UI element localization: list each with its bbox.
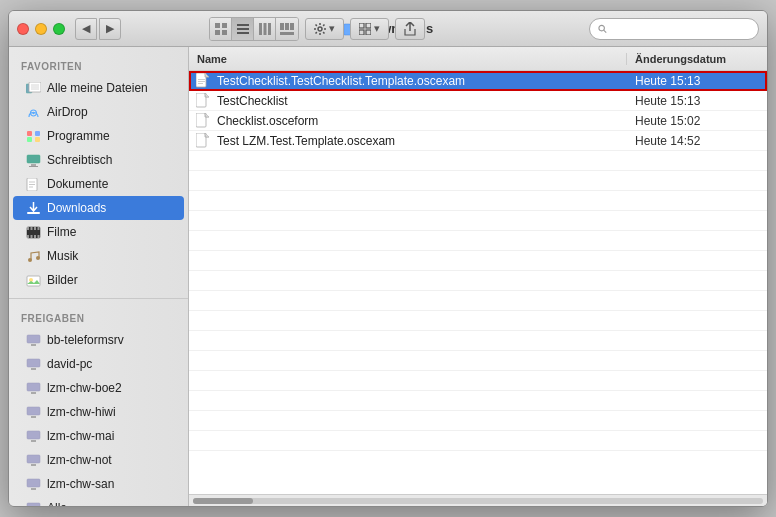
table-row[interactable]: Checklist.osceform Heute 15:02 [189, 111, 767, 131]
sidebar-item-hiwi-label: lzm-chw-hiwi [47, 405, 116, 419]
svg-rect-16 [366, 23, 371, 28]
arrange-button[interactable]: ▾ [350, 18, 389, 40]
search-bar[interactable] [589, 18, 759, 40]
back-button[interactable]: ◀ [75, 18, 97, 40]
sidebar-item-boe2-label: lzm-chw-boe2 [47, 381, 122, 395]
svg-rect-17 [359, 30, 364, 35]
sidebar-item-schreibtisch[interactable]: Schreibtisch [13, 148, 184, 172]
icon-view-icon [215, 23, 227, 35]
svg-rect-12 [290, 23, 294, 30]
list-view-button[interactable] [232, 18, 254, 40]
svg-rect-57 [27, 383, 40, 391]
sidebar-item-downloads[interactable]: Downloads [13, 196, 184, 220]
svg-rect-64 [31, 464, 36, 466]
svg-rect-28 [27, 131, 32, 136]
scrollbar-track[interactable] [193, 498, 763, 504]
svg-rect-59 [27, 407, 40, 415]
sidebar-item-lzm-san[interactable]: lzm-chw-san [13, 472, 184, 496]
sidebar-item-musik[interactable]: Musik [13, 244, 184, 268]
maximize-button[interactable] [53, 23, 65, 35]
desktop-icon [25, 152, 41, 168]
svg-rect-53 [27, 335, 40, 343]
scrollbar-thumb[interactable] [193, 498, 253, 504]
forward-icon: ▶ [106, 22, 114, 35]
sidebar-item-schreibtisch-label: Schreibtisch [47, 153, 112, 167]
svg-rect-39 [27, 212, 40, 214]
empty-row [189, 331, 767, 351]
svg-rect-46 [30, 235, 32, 238]
svg-point-14 [318, 27, 322, 31]
table-row[interactable]: TestChecklist.TestChecklist.Template.osc… [189, 71, 767, 91]
sidebar-item-david-label: david-pc [47, 357, 92, 371]
table-row[interactable]: Test LZM.Test.Template.oscexam Heute 14:… [189, 131, 767, 151]
svg-rect-61 [27, 431, 40, 439]
sidebar-item-lzm-boe2[interactable]: lzm-chw-boe2 [13, 376, 184, 400]
empty-row [189, 311, 767, 331]
svg-rect-51 [27, 276, 40, 286]
empty-row [189, 411, 767, 431]
empty-row [189, 251, 767, 271]
cover-view-button[interactable] [276, 18, 298, 40]
apps-icon [25, 128, 41, 144]
column-view-button[interactable] [254, 18, 276, 40]
sidebar-item-alle-shared[interactable]: Alle ... [13, 496, 184, 506]
svg-rect-43 [34, 227, 36, 230]
sidebar-item-alle-dateien[interactable]: Alle meine Dateien [13, 76, 184, 100]
svg-rect-30 [27, 137, 32, 142]
share-button[interactable] [395, 18, 425, 40]
file-icon-3 [196, 113, 210, 129]
file-icon-cell-4 [189, 133, 217, 149]
svg-point-49 [28, 258, 32, 262]
svg-rect-18 [366, 30, 371, 35]
sidebar-item-bb-teleformsrv[interactable]: bb-teleformsrv [13, 328, 184, 352]
scrollbar-area[interactable] [189, 494, 767, 506]
minimize-button[interactable] [35, 23, 47, 35]
airdrop-icon [25, 104, 41, 120]
sidebar-item-airdrop[interactable]: AirDrop [13, 100, 184, 124]
network-icon-alle [25, 500, 41, 506]
sidebar-item-bb-label: bb-teleformsrv [47, 333, 124, 347]
sidebar-item-not-label: lzm-chw-not [47, 453, 112, 467]
column-header: Name Änderungsdatum [189, 47, 767, 71]
file-icon-1 [196, 73, 210, 89]
network-icon-not [25, 452, 41, 468]
file-name-3: Checklist.osceform [217, 114, 627, 128]
svg-rect-10 [280, 23, 284, 30]
table-row[interactable]: TestChecklist Heute 15:13 [189, 91, 767, 111]
sidebar-item-david-pc[interactable]: david-pc [13, 352, 184, 376]
sidebar-item-lzm-mai[interactable]: lzm-chw-mai [13, 424, 184, 448]
icon-view-button[interactable] [210, 18, 232, 40]
sidebar-item-programme[interactable]: Programme [13, 124, 184, 148]
empty-row [189, 151, 767, 171]
network-icon-bb [25, 332, 41, 348]
sidebar-item-filme[interactable]: Filme [13, 220, 184, 244]
sidebar-item-musik-label: Musik [47, 249, 78, 263]
svg-rect-29 [35, 131, 40, 136]
svg-rect-44 [37, 227, 39, 230]
svg-rect-74 [196, 113, 206, 127]
sidebar-item-lzm-hiwi[interactable]: lzm-chw-hiwi [13, 400, 184, 424]
sidebar: FAVORITEN Alle meine Dateien [9, 47, 189, 506]
close-button[interactable] [17, 23, 29, 35]
search-input[interactable] [611, 23, 750, 35]
svg-rect-6 [237, 32, 249, 34]
action-button[interactable]: ▾ [305, 18, 344, 40]
svg-rect-3 [222, 30, 227, 35]
svg-rect-31 [35, 137, 40, 142]
network-icon-david [25, 356, 41, 372]
favorites-section-label: FAVORITEN [9, 53, 188, 76]
svg-rect-66 [31, 488, 36, 490]
svg-line-20 [604, 30, 606, 32]
svg-rect-9 [268, 23, 271, 35]
svg-rect-72 [198, 83, 203, 84]
back-icon: ◀ [82, 22, 90, 35]
file-date-1: Heute 15:13 [627, 74, 767, 88]
sidebar-item-bilder-label: Bilder [47, 273, 78, 287]
svg-point-19 [599, 25, 604, 30]
svg-rect-65 [27, 479, 40, 487]
sidebar-item-dokumente[interactable]: Dokumente [13, 172, 184, 196]
forward-button[interactable]: ▶ [99, 18, 121, 40]
sidebar-item-lzm-not[interactable]: lzm-chw-not [13, 448, 184, 472]
sidebar-item-bilder[interactable]: Bilder [13, 268, 184, 292]
svg-rect-45 [27, 235, 29, 238]
